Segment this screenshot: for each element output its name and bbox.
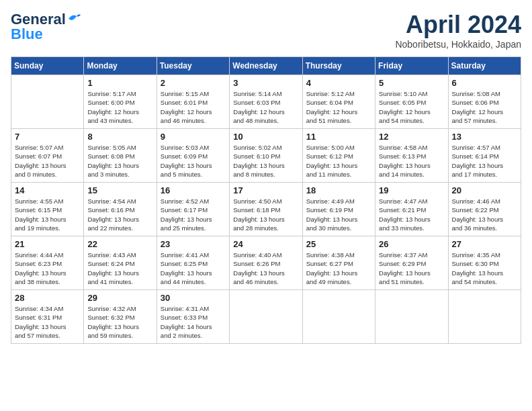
calendar-cell: 28Sunrise: 4:34 AM Sunset: 6:31 PM Dayli… bbox=[11, 290, 84, 344]
calendar-header-row: SundayMondayTuesdayWednesdayThursdayFrid… bbox=[11, 57, 521, 75]
calendar-cell: 29Sunrise: 4:32 AM Sunset: 6:32 PM Dayli… bbox=[84, 290, 157, 344]
cell-info: Sunrise: 4:46 AM Sunset: 6:22 PM Dayligh… bbox=[452, 197, 517, 232]
calendar-body: 1Sunrise: 5:17 AM Sunset: 6:00 PM Daylig… bbox=[11, 75, 521, 344]
weekday-header-friday: Friday bbox=[375, 57, 448, 75]
cell-info: Sunrise: 4:43 AM Sunset: 6:24 PM Dayligh… bbox=[87, 250, 152, 286]
calendar-cell: 8Sunrise: 5:05 AM Sunset: 6:08 PM Daylig… bbox=[84, 129, 157, 183]
calendar-cell: 27Sunrise: 4:35 AM Sunset: 6:30 PM Dayli… bbox=[448, 236, 521, 290]
cell-info: Sunrise: 5:02 AM Sunset: 6:10 PM Dayligh… bbox=[233, 143, 298, 179]
weekday-header-monday: Monday bbox=[84, 57, 157, 75]
calendar-cell: 10Sunrise: 5:02 AM Sunset: 6:10 PM Dayli… bbox=[230, 129, 302, 183]
calendar-cell: 9Sunrise: 5:03 AM Sunset: 6:09 PM Daylig… bbox=[157, 129, 229, 183]
calendar-cell bbox=[11, 75, 84, 129]
calendar-cell: 3Sunrise: 5:14 AM Sunset: 6:03 PM Daylig… bbox=[230, 75, 302, 129]
day-number: 28 bbox=[15, 293, 80, 303]
calendar-cell: 30Sunrise: 4:31 AM Sunset: 6:33 PM Dayli… bbox=[157, 290, 229, 344]
cell-info: Sunrise: 4:52 AM Sunset: 6:17 PM Dayligh… bbox=[161, 197, 226, 232]
calendar-cell: 24Sunrise: 4:40 AM Sunset: 6:26 PM Dayli… bbox=[230, 236, 302, 290]
week-row-5: 28Sunrise: 4:34 AM Sunset: 6:31 PM Dayli… bbox=[11, 290, 521, 344]
calendar-cell bbox=[230, 290, 302, 344]
day-number: 29 bbox=[87, 293, 152, 303]
day-number: 22 bbox=[87, 239, 152, 249]
day-number: 11 bbox=[306, 132, 371, 142]
logo-blue: Blue bbox=[11, 26, 43, 43]
cell-info: Sunrise: 5:15 AM Sunset: 6:01 PM Dayligh… bbox=[161, 89, 226, 125]
location-subtitle: Noboribetsu, Hokkaido, Japan bbox=[395, 39, 521, 50]
day-number: 12 bbox=[379, 132, 444, 142]
calendar-cell: 5Sunrise: 5:10 AM Sunset: 6:05 PM Daylig… bbox=[375, 75, 448, 129]
calendar-cell bbox=[375, 290, 448, 344]
cell-info: Sunrise: 4:55 AM Sunset: 6:15 PM Dayligh… bbox=[15, 197, 80, 232]
day-number: 14 bbox=[15, 185, 80, 195]
week-row-1: 1Sunrise: 5:17 AM Sunset: 6:00 PM Daylig… bbox=[11, 75, 521, 129]
calendar-cell: 21Sunrise: 4:44 AM Sunset: 6:23 PM Dayli… bbox=[11, 236, 84, 290]
day-number: 4 bbox=[306, 78, 371, 88]
day-number: 7 bbox=[15, 132, 80, 142]
calendar-cell: 26Sunrise: 4:37 AM Sunset: 6:29 PM Dayli… bbox=[375, 236, 448, 290]
calendar-cell: 4Sunrise: 5:12 AM Sunset: 6:04 PM Daylig… bbox=[302, 75, 375, 129]
cell-info: Sunrise: 4:57 AM Sunset: 6:14 PM Dayligh… bbox=[452, 143, 517, 179]
calendar-cell: 13Sunrise: 4:57 AM Sunset: 6:14 PM Dayli… bbox=[448, 129, 521, 183]
calendar-cell bbox=[302, 290, 375, 344]
cell-info: Sunrise: 5:10 AM Sunset: 6:05 PM Dayligh… bbox=[379, 89, 444, 125]
day-number: 13 bbox=[452, 132, 517, 142]
cell-info: Sunrise: 4:31 AM Sunset: 6:33 PM Dayligh… bbox=[161, 304, 226, 340]
calendar-cell: 11Sunrise: 5:00 AM Sunset: 6:12 PM Dayli… bbox=[302, 129, 375, 183]
day-number: 6 bbox=[452, 78, 517, 88]
weekday-header-saturday: Saturday bbox=[448, 57, 521, 75]
calendar-cell: 7Sunrise: 5:07 AM Sunset: 6:07 PM Daylig… bbox=[11, 129, 84, 183]
day-number: 26 bbox=[379, 239, 444, 249]
weekday-header-thursday: Thursday bbox=[302, 57, 375, 75]
week-row-4: 21Sunrise: 4:44 AM Sunset: 6:23 PM Dayli… bbox=[11, 236, 521, 290]
cell-info: Sunrise: 4:37 AM Sunset: 6:29 PM Dayligh… bbox=[379, 250, 444, 286]
cell-info: Sunrise: 4:41 AM Sunset: 6:25 PM Dayligh… bbox=[161, 250, 226, 286]
calendar-cell: 16Sunrise: 4:52 AM Sunset: 6:17 PM Dayli… bbox=[157, 183, 229, 236]
cell-info: Sunrise: 5:00 AM Sunset: 6:12 PM Dayligh… bbox=[306, 143, 371, 179]
day-number: 8 bbox=[87, 132, 152, 142]
day-number: 27 bbox=[452, 239, 517, 249]
weekday-header-tuesday: Tuesday bbox=[157, 57, 229, 75]
cell-info: Sunrise: 4:32 AM Sunset: 6:32 PM Dayligh… bbox=[87, 304, 152, 340]
cell-info: Sunrise: 4:38 AM Sunset: 6:27 PM Dayligh… bbox=[306, 250, 371, 286]
cell-info: Sunrise: 5:05 AM Sunset: 6:08 PM Dayligh… bbox=[87, 143, 152, 179]
cell-info: Sunrise: 5:17 AM Sunset: 6:00 PM Dayligh… bbox=[87, 89, 152, 125]
day-number: 1 bbox=[87, 78, 152, 88]
cell-info: Sunrise: 4:49 AM Sunset: 6:19 PM Dayligh… bbox=[306, 197, 371, 232]
cell-info: Sunrise: 4:50 AM Sunset: 6:18 PM Dayligh… bbox=[233, 197, 298, 232]
cell-info: Sunrise: 4:54 AM Sunset: 6:16 PM Dayligh… bbox=[87, 197, 152, 232]
calendar-cell: 18Sunrise: 4:49 AM Sunset: 6:19 PM Dayli… bbox=[302, 183, 375, 236]
weekday-header-wednesday: Wednesday bbox=[230, 57, 302, 75]
calendar-cell: 19Sunrise: 4:47 AM Sunset: 6:21 PM Dayli… bbox=[375, 183, 448, 236]
day-number: 16 bbox=[161, 185, 226, 195]
cell-info: Sunrise: 4:47 AM Sunset: 6:21 PM Dayligh… bbox=[379, 197, 444, 232]
calendar-cell: 2Sunrise: 5:15 AM Sunset: 6:01 PM Daylig… bbox=[157, 75, 229, 129]
cell-info: Sunrise: 5:03 AM Sunset: 6:09 PM Dayligh… bbox=[161, 143, 226, 179]
day-number: 10 bbox=[233, 132, 298, 142]
calendar-cell: 23Sunrise: 4:41 AM Sunset: 6:25 PM Dayli… bbox=[157, 236, 229, 290]
weekday-header-sunday: Sunday bbox=[11, 57, 84, 75]
calendar-cell: 6Sunrise: 5:08 AM Sunset: 6:06 PM Daylig… bbox=[448, 75, 521, 129]
day-number: 9 bbox=[161, 132, 226, 142]
day-number: 25 bbox=[306, 239, 371, 249]
day-number: 30 bbox=[161, 293, 226, 303]
cell-info: Sunrise: 5:08 AM Sunset: 6:06 PM Dayligh… bbox=[452, 89, 517, 125]
logo-bird-icon bbox=[67, 12, 82, 24]
logo: General Blue bbox=[11, 11, 82, 43]
cell-info: Sunrise: 4:40 AM Sunset: 6:26 PM Dayligh… bbox=[233, 250, 298, 286]
cell-info: Sunrise: 5:07 AM Sunset: 6:07 PM Dayligh… bbox=[15, 143, 80, 179]
calendar-cell bbox=[448, 290, 521, 344]
calendar-cell: 15Sunrise: 4:54 AM Sunset: 6:16 PM Dayli… bbox=[84, 183, 157, 236]
day-number: 24 bbox=[233, 239, 298, 249]
calendar-table: SundayMondayTuesdayWednesdayThursdayFrid… bbox=[11, 56, 521, 344]
week-row-3: 14Sunrise: 4:55 AM Sunset: 6:15 PM Dayli… bbox=[11, 183, 521, 236]
day-number: 23 bbox=[161, 239, 226, 249]
day-number: 18 bbox=[306, 185, 371, 195]
page-header: General Blue April 2024 Noboribetsu, Hok… bbox=[11, 11, 521, 50]
day-number: 20 bbox=[452, 185, 517, 195]
day-number: 3 bbox=[233, 78, 298, 88]
cell-info: Sunrise: 4:35 AM Sunset: 6:30 PM Dayligh… bbox=[452, 250, 517, 286]
cell-info: Sunrise: 4:44 AM Sunset: 6:23 PM Dayligh… bbox=[15, 250, 80, 286]
cell-info: Sunrise: 5:14 AM Sunset: 6:03 PM Dayligh… bbox=[233, 89, 298, 125]
day-number: 21 bbox=[15, 239, 80, 249]
day-number: 5 bbox=[379, 78, 444, 88]
